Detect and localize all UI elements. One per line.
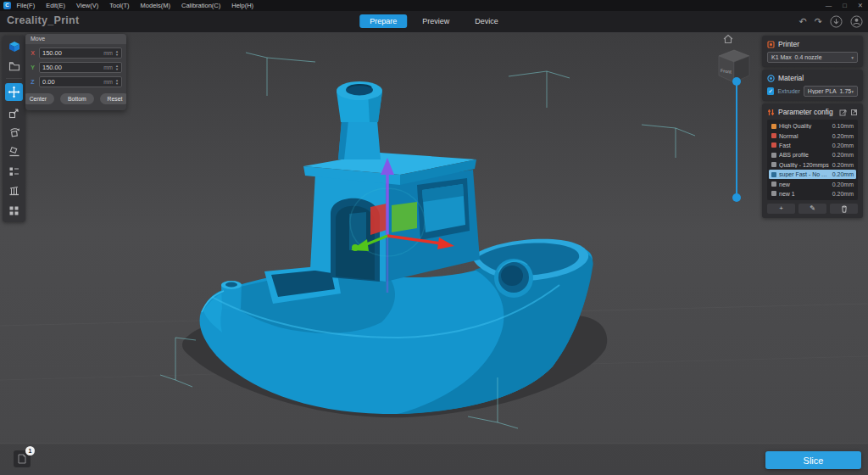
- quality-profile-icon: [771, 124, 776, 129]
- build-volume-corner-markers: [246, 53, 695, 158]
- menu-view[interactable]: View(V): [71, 0, 104, 11]
- trash-icon: [841, 205, 848, 213]
- z-axis-label: Z: [30, 79, 36, 85]
- model-cube-icon: [8, 41, 20, 53]
- mode-tabs: Prepare Preview Device: [359, 14, 509, 28]
- menu-calibration[interactable]: Calibration(C): [175, 0, 225, 11]
- notification-badge: 1: [25, 446, 35, 455]
- export-profile-icon[interactable]: [850, 109, 858, 116]
- gizmo-plane-x[interactable]: [370, 204, 387, 235]
- chevron-down-icon: ▾: [851, 55, 854, 60]
- x-position-input[interactable]: [42, 49, 86, 57]
- right-panel: Printer K1 Max_0.4 nozzle ▾ Material ✓ E…: [762, 36, 863, 221]
- parameter-config-icon: [767, 109, 775, 116]
- page-title: Creality_Print: [7, 14, 79, 26]
- reset-button[interactable]: Reset: [100, 93, 126, 104]
- parameter-config-card: Parameter config High Quality 0.10mm Nor…: [762, 103, 863, 218]
- folder-icon: [8, 60, 20, 72]
- import-profile-icon[interactable]: [839, 109, 847, 116]
- tab-device[interactable]: Device: [465, 14, 509, 28]
- y-axis-label: Y: [30, 64, 36, 70]
- menu-file[interactable]: File(F): [11, 0, 41, 11]
- import-model-button[interactable]: [5, 39, 23, 54]
- chevron-down-icon: ▾: [851, 89, 854, 94]
- undo-icon[interactable]: ↶: [799, 13, 807, 30]
- profile-row[interactable]: Quality - 120mmps 0.20mm: [769, 160, 856, 170]
- redo-icon[interactable]: ↷: [815, 13, 822, 30]
- gizmo-y-tip[interactable]: [352, 244, 359, 251]
- tab-preview[interactable]: Preview: [412, 14, 459, 28]
- center-button[interactable]: Center: [25, 93, 54, 104]
- profile-row[interactable]: new 0.20mm: [769, 179, 856, 188]
- lay-flat-tool-button[interactable]: [5, 144, 23, 159]
- delete-profile-button[interactable]: [830, 204, 858, 214]
- model-benchy[interactable]: [200, 81, 593, 414]
- header-bar: Creality_Print Prepare Preview Device ↶ …: [0, 11, 868, 32]
- move-tool-button[interactable]: [5, 83, 23, 101]
- user-account-icon[interactable]: [850, 15, 863, 28]
- z-position-field[interactable]: mm ▲▼: [39, 76, 122, 87]
- object-list-button[interactable]: [5, 164, 23, 179]
- profile-row-selected[interactable]: super Fast - No Acc_contr 0.20mm: [769, 170, 856, 179]
- slice-button[interactable]: Slice: [765, 451, 861, 469]
- y-position-field[interactable]: mm ▲▼: [39, 62, 122, 73]
- menu-tool[interactable]: Tool(T): [104, 0, 135, 11]
- profile-row[interactable]: High Quality 0.10mm: [769, 121, 856, 131]
- profile-row[interactable]: new 1 0.20mm: [769, 189, 856, 198]
- menu-models[interactable]: Models(M): [135, 0, 175, 11]
- z-position-input[interactable]: [42, 78, 86, 86]
- material-card: Material ✓ Extruder Hyper PLA_1.75 ▾: [762, 70, 863, 101]
- creality-print-window: C File(F) Edit(E) View(V) Tool(T) Models…: [0, 0, 868, 475]
- material-section-title: Material: [778, 74, 804, 82]
- close-button[interactable]: ✕: [858, 0, 863, 11]
- maximize-button[interactable]: □: [843, 0, 847, 11]
- edit-profile-button[interactable]: ✎: [798, 204, 826, 214]
- minimize-button[interactable]: —: [826, 0, 832, 11]
- open-file-button[interactable]: [5, 59, 23, 74]
- profile-row[interactable]: Fast 0.20mm: [769, 141, 856, 150]
- file-profile-icon: [771, 182, 776, 187]
- profile-row[interactable]: ABS profile 0.20mm: [769, 150, 856, 159]
- y-stepper[interactable]: ▲▼: [115, 64, 119, 71]
- clone-arrange-button[interactable]: [5, 203, 23, 218]
- move-panel: Move X mm ▲▼ Y mm ▲▼ Z mm ▲▼: [25, 34, 126, 110]
- extruder-checkbox[interactable]: ✓: [767, 87, 774, 95]
- move-z-row: Z mm ▲▼: [30, 76, 122, 87]
- move-panel-title[interactable]: Move: [25, 34, 126, 44]
- system-profile-icon: [771, 142, 776, 148]
- toolbar-divider: [6, 78, 22, 79]
- app-logo[interactable]: C: [3, 2, 11, 9]
- move-x-row: X mm ▲▼: [30, 48, 122, 59]
- parameter-config-title: Parameter config: [778, 108, 833, 116]
- support-tool-button[interactable]: [5, 183, 23, 198]
- menu-help[interactable]: Help(H): [226, 0, 259, 11]
- y-position-input[interactable]: [42, 64, 86, 71]
- z-unit-label: mm: [103, 79, 113, 85]
- lay-flat-icon: [8, 146, 20, 158]
- material-select[interactable]: Hyper PLA_1.75 ▾: [804, 86, 858, 97]
- profile-list: High Quality 0.10mm Normal 0.20mm Fast 0…: [767, 120, 858, 200]
- zoom-slider-top-handle[interactable]: [732, 77, 741, 86]
- bottom-button[interactable]: Bottom: [60, 93, 94, 104]
- menu-edit[interactable]: Edit(E): [41, 0, 71, 11]
- zoom-slider-track[interactable]: [736, 81, 737, 198]
- scale-icon: [8, 108, 19, 119]
- rotate-icon: [8, 126, 20, 138]
- x-stepper[interactable]: ▲▼: [115, 50, 119, 57]
- printer-card: Printer K1 Max_0.4 nozzle ▾: [762, 36, 863, 67]
- arrange-grid-icon: [8, 205, 19, 216]
- printer-icon: [767, 41, 775, 48]
- zoom-slider-bottom-handle[interactable]: [732, 193, 741, 202]
- system-profile-icon: [771, 133, 776, 138]
- scale-tool-button[interactable]: [5, 105, 23, 120]
- rotate-tool-button[interactable]: [5, 125, 23, 140]
- gizmo-plane-y[interactable]: [392, 202, 417, 232]
- x-position-field[interactable]: mm ▲▼: [39, 48, 122, 59]
- z-stepper[interactable]: ▲▼: [115, 79, 119, 86]
- add-profile-button[interactable]: +: [767, 204, 795, 214]
- printer-select[interactable]: K1 Max_0.4 nozzle ▾: [767, 52, 858, 63]
- home-view-button[interactable]: [723, 34, 733, 44]
- profile-row[interactable]: Normal 0.20mm: [769, 131, 856, 140]
- download-icon[interactable]: [830, 15, 843, 28]
- tab-prepare[interactable]: Prepare: [359, 14, 407, 28]
